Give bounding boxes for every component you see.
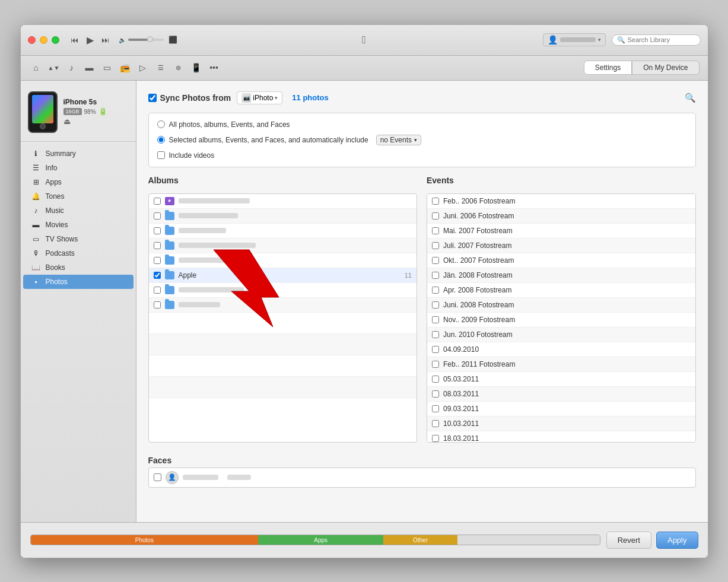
event-checkbox-16[interactable] — [432, 435, 439, 442]
album-checkbox-3[interactable] — [154, 227, 161, 234]
include-videos-checkbox[interactable] — [157, 151, 165, 159]
event-checkbox-6[interactable] — [432, 287, 439, 294]
sidebar-item-movies[interactable]: ▬ Movies — [23, 218, 133, 232]
play-button[interactable]: ▶ — [84, 35, 96, 44]
event-checkbox-13[interactable] — [432, 390, 439, 397]
album-checkbox-1[interactable] — [154, 198, 161, 205]
list-item[interactable] — [149, 238, 417, 253]
movies-nav-icon[interactable]: ▬ — [82, 61, 97, 75]
option-all-radio[interactable] — [157, 120, 165, 128]
sidebar-item-photos[interactable]: ▪ Photos — [23, 275, 133, 289]
list-item[interactable]: Juli. 2007 Fotostream — [427, 238, 695, 253]
sidebar-item-apps[interactable]: ⊞ Apps — [23, 175, 133, 189]
list-item[interactable]: 18.03.2011 — [427, 431, 695, 443]
list-item[interactable] — [149, 283, 417, 298]
sidebar-item-books[interactable]: 📖 Books — [23, 260, 133, 275]
list-item[interactable]: Okt.. 2007 Fotostream — [427, 253, 695, 268]
list-item[interactable]: Jän. 2008 Fotostream — [427, 268, 695, 283]
list-item[interactable]: Feb.. 2006 Fotostream — [427, 194, 695, 209]
event-checkbox-1[interactable] — [432, 212, 439, 220]
album-checkbox-7[interactable] — [154, 287, 161, 294]
account-button[interactable]: 👤 ▾ — [543, 33, 606, 46]
event-checkbox-14[interactable] — [432, 405, 439, 412]
list-item[interactable]: ★ — [149, 194, 417, 209]
event-checkbox-0[interactable] — [432, 198, 439, 205]
list-item[interactable]: Feb.. 2011 Fotostream — [427, 357, 695, 372]
revert-button[interactable]: Revert — [606, 532, 651, 549]
radio-nav-icon[interactable]: ☰ — [154, 61, 168, 75]
search-photos-icon[interactable]: 🔍 — [685, 93, 696, 103]
event-checkbox-2[interactable] — [432, 227, 439, 234]
list-item[interactable]: Juni. 2006 Fotostream — [427, 209, 695, 224]
fastforward-button[interactable]: ⏭ — [100, 35, 112, 44]
events-dropdown[interactable]: no Events ▾ — [376, 135, 421, 145]
event-checkbox-11[interactable] — [432, 361, 439, 368]
sidebar-item-podcasts[interactable]: 🎙 Podcasts — [23, 246, 133, 260]
music-nav-icon[interactable]: ♪ — [65, 61, 79, 75]
podcast-nav-icon[interactable]: 📻 — [118, 61, 132, 75]
main-window: ⏮ ▶ ⏭ 🔈 ⬛  👤 ▾ 🔍 — [20, 24, 708, 558]
album-checkbox-4[interactable] — [154, 242, 161, 249]
minimize-button[interactable] — [40, 36, 47, 44]
event-checkbox-4[interactable] — [432, 257, 439, 264]
album-checkbox-apple[interactable] — [154, 272, 161, 279]
up-icon[interactable]: ▲▼ — [47, 61, 61, 75]
event-checkbox-3[interactable] — [432, 242, 439, 249]
eject-icon[interactable]: ⏏ — [63, 117, 107, 126]
rewind-button[interactable]: ⏮ — [69, 35, 81, 44]
list-item — [149, 334, 417, 355]
event-checkbox-10[interactable] — [432, 346, 439, 353]
list-item[interactable] — [149, 253, 417, 268]
close-button[interactable] — [28, 36, 36, 44]
album-checkbox-2[interactable] — [154, 212, 161, 220]
fullscreen-button[interactable] — [52, 36, 59, 44]
sidebar-item-tones[interactable]: 🔔 Tones — [23, 189, 133, 203]
event-checkbox-15[interactable] — [432, 420, 439, 427]
event-checkbox-8[interactable] — [432, 316, 439, 323]
option-selected-label: Selected albums, Events, and Faces, and … — [169, 136, 368, 144]
sidebar-item-music[interactable]: ♪ Music — [23, 203, 133, 218]
device-icon[interactable]: 📱 — [189, 61, 204, 75]
list-item[interactable]: 09.03.2011 — [427, 402, 695, 416]
iphoto-dropdown[interactable]: 📷 iPhoto ▾ — [237, 91, 282, 104]
home-icon[interactable]: ⌂ — [29, 61, 43, 75]
tab-settings[interactable]: Settings — [584, 61, 632, 75]
apply-button[interactable]: Apply — [656, 532, 698, 549]
airplay-button[interactable]: ⬛ — [167, 35, 179, 44]
album-checkbox-8[interactable] — [154, 301, 161, 309]
event-checkbox-9[interactable] — [432, 331, 439, 338]
sync-label: Sync Photos from — [160, 93, 231, 103]
list-item[interactable] — [149, 298, 417, 313]
itunes-store-icon[interactable]: ⊛ — [171, 61, 186, 75]
list-item[interactable]: 08.03.2011 — [427, 387, 695, 402]
list-item[interactable]: Jun. 2010 Fotostream — [427, 327, 695, 342]
list-item-apple[interactable]: Apple 11 — [149, 268, 417, 283]
sidebar-item-tvshows[interactable]: ▭ TV Shows — [23, 232, 133, 246]
event-label-13: 08.03.2011 — [443, 390, 479, 398]
list-item[interactable]: Apr. 2008 Fotostream — [427, 283, 695, 298]
list-item[interactable]: Nov.. 2009 Fotostream — [427, 313, 695, 327]
list-item[interactable]: Mai. 2007 Fotostream — [427, 224, 695, 238]
face-checkbox-1[interactable] — [154, 473, 161, 481]
search-input[interactable] — [628, 36, 693, 43]
tv-nav-icon[interactable]: ▭ — [100, 61, 115, 75]
list-item[interactable]: 05.03.2011 — [427, 372, 695, 387]
tab-onmydevice[interactable]: On My Device — [632, 61, 699, 75]
sidebar-item-summary[interactable]: ℹ Summary — [23, 147, 133, 161]
option-selected-radio[interactable] — [157, 136, 165, 144]
play-nav-icon[interactable]: ▷ — [136, 61, 150, 75]
event-checkbox-12[interactable] — [432, 376, 439, 383]
list-item[interactable]: Juni. 2008 Fotostream — [427, 298, 695, 313]
sidebar-item-info[interactable]: ☰ Info — [23, 161, 133, 175]
more-icon[interactable]: ••• — [207, 61, 221, 75]
event-checkbox-7[interactable] — [432, 301, 439, 309]
list-item[interactable]: 04.09.2010 — [427, 342, 695, 357]
search-box[interactable]: 🔍 — [612, 34, 701, 46]
list-item[interactable] — [149, 209, 417, 224]
sync-checkbox[interactable] — [148, 94, 157, 102]
list-item[interactable] — [149, 224, 417, 238]
music-label: Music — [46, 206, 64, 215]
event-checkbox-5[interactable] — [432, 272, 439, 279]
album-checkbox-5[interactable] — [154, 257, 161, 264]
list-item[interactable]: 10.03.2011 — [427, 416, 695, 431]
